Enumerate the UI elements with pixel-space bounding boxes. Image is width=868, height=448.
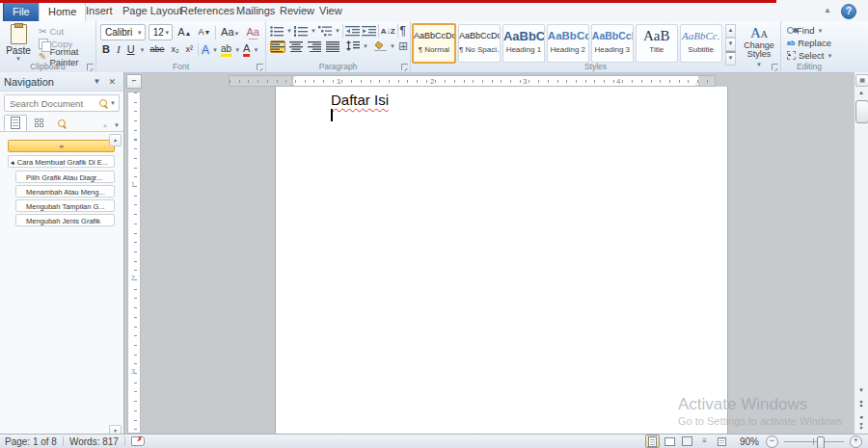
zoom-slider[interactable] bbox=[784, 441, 844, 442]
styles-scroll-up-icon[interactable]: ▲ bbox=[725, 24, 736, 38]
heading-item-parent[interactable]: ▶Cara Membuat Grafik Di E... bbox=[8, 155, 115, 168]
numbering-icon[interactable] bbox=[294, 26, 309, 37]
replace-button[interactable]: ab Replace bbox=[785, 37, 837, 49]
tab-view[interactable]: View bbox=[311, 2, 351, 20]
tab-file[interactable]: File bbox=[3, 2, 40, 22]
vertical-ruler[interactable]: 1 2 3 bbox=[127, 92, 141, 434]
zoom-out-icon[interactable]: − bbox=[766, 435, 778, 448]
nav-options-icon[interactable]: ▼ bbox=[90, 77, 105, 86]
replace-icon: ab bbox=[787, 40, 795, 46]
underline-button[interactable]: U bbox=[125, 42, 137, 57]
previous-page-icon[interactable]: ▲▲ bbox=[855, 399, 867, 409]
font-family-select[interactable]: Calibri▼ bbox=[100, 24, 146, 40]
proofing-error-icon[interactable] bbox=[131, 436, 145, 446]
horizontal-ruler[interactable]: 1 2 3 4 ▽ △ △ bbox=[229, 75, 716, 87]
word-count[interactable]: Words: 817 bbox=[69, 436, 119, 447]
web-layout-view-button[interactable] bbox=[680, 435, 694, 448]
font-dialog-launcher-icon[interactable] bbox=[257, 64, 263, 70]
hanging-indent-marker[interactable]: △ bbox=[290, 81, 295, 85]
zoom-slider-thumb[interactable] bbox=[817, 436, 825, 448]
tab-browse-headings[interactable] bbox=[4, 115, 27, 131]
strikethrough-button[interactable]: abe bbox=[149, 42, 167, 57]
style-no-spacing[interactable]: AaBbCcDc ¶ No Spaci... bbox=[458, 24, 501, 63]
paste-button[interactable]: Paste ▼ bbox=[2, 24, 35, 66]
align-center-button[interactable] bbox=[288, 40, 304, 53]
clear-formatting-icon[interactable]: A͟a bbox=[245, 25, 261, 40]
print-layout-view-button[interactable] bbox=[645, 435, 660, 448]
vertical-scrollbar[interactable]: ▦ ▲ ▼ ▲▲ ● ▼▼ bbox=[854, 72, 868, 434]
superscript-button[interactable]: x² bbox=[184, 42, 196, 57]
find-button[interactable]: Find▼ bbox=[785, 24, 837, 37]
style-normal[interactable]: AaBbCcDc ¶ Normal bbox=[412, 23, 456, 64]
selected-heading-item[interactable]: ≍ bbox=[8, 140, 115, 152]
previous-heading-icon[interactable]: ▲ bbox=[102, 122, 108, 128]
line-spacing-icon[interactable] bbox=[346, 40, 360, 53]
style-heading1[interactable]: AaBbC. Heading 1 bbox=[502, 24, 545, 63]
align-right-button[interactable] bbox=[307, 40, 322, 53]
cut-button[interactable]: ✂ Cut bbox=[37, 25, 95, 38]
scroll-up-icon[interactable]: ▲ bbox=[855, 88, 867, 98]
heading-item-child[interactable]: Menambah Atau Meng... bbox=[15, 185, 115, 198]
document-page[interactable]: Daftar Isi bbox=[275, 87, 728, 434]
next-heading-icon[interactable]: ▼ bbox=[114, 122, 120, 128]
nav-close-icon[interactable]: ✕ bbox=[104, 77, 120, 87]
style-heading2[interactable]: AaBbCc Heading 2 bbox=[547, 24, 589, 63]
right-indent-marker[interactable]: △ bbox=[695, 81, 700, 85]
zoom-level[interactable]: 90% bbox=[740, 436, 759, 447]
paragraph-dialog-launcher-icon[interactable] bbox=[401, 64, 408, 70]
clipboard-dialog-launcher-icon[interactable] bbox=[87, 64, 94, 70]
nav-scroll-up-icon[interactable]: ▲ bbox=[109, 134, 122, 146]
justify-button[interactable] bbox=[325, 40, 340, 53]
ruler-number: 4 bbox=[616, 76, 620, 87]
zoom-in-icon[interactable]: + bbox=[850, 435, 862, 448]
styles-scroll-down-icon[interactable]: ▼ bbox=[725, 38, 736, 51]
search-icon[interactable] bbox=[99, 99, 107, 107]
bullets-icon[interactable] bbox=[270, 26, 285, 37]
heading-item-child[interactable]: Mengubah Tampilan G... bbox=[15, 199, 115, 212]
search-field[interactable] bbox=[8, 97, 99, 110]
search-options-icon[interactable]: ▼ bbox=[110, 100, 116, 106]
select-button[interactable]: Select▼ bbox=[785, 49, 837, 62]
pilcrow-icon[interactable]: ¶ bbox=[400, 24, 406, 38]
borders-icon[interactable]: ⊞ bbox=[398, 41, 408, 52]
tab-stop-selector[interactable]: ⌐ bbox=[126, 74, 142, 89]
style-heading3[interactable]: AaBbCcI Heading 3 bbox=[591, 24, 634, 63]
sort-icon[interactable]: A↓Z bbox=[381, 27, 395, 36]
next-page-icon[interactable]: ▼▼ bbox=[855, 422, 867, 433]
ruler-toggle-icon[interactable]: ▦ bbox=[855, 74, 868, 87]
scrollbar-thumb[interactable] bbox=[855, 100, 868, 123]
subscript-button[interactable]: x₂ bbox=[170, 42, 181, 57]
increase-indent-icon[interactable] bbox=[362, 26, 376, 37]
decrease-indent-icon[interactable] bbox=[345, 26, 360, 37]
document-heading[interactable]: Daftar Isi bbox=[331, 92, 389, 108]
scroll-down-icon[interactable]: ▼ bbox=[855, 385, 867, 396]
minimize-ribbon-icon[interactable]: ▲ bbox=[824, 6, 831, 14]
multilevel-list-icon[interactable] bbox=[318, 26, 333, 37]
align-left-button[interactable] bbox=[270, 40, 285, 53]
style-title[interactable]: AaB Title bbox=[636, 24, 678, 63]
italic-button[interactable]: I bbox=[115, 42, 122, 57]
shading-icon[interactable] bbox=[374, 40, 387, 53]
shrink-font-button[interactable]: A▼ bbox=[197, 25, 213, 40]
fullscreen-reading-view-button[interactable] bbox=[663, 435, 677, 448]
change-case-button[interactable]: Aa▼ bbox=[219, 25, 241, 40]
draft-view-button[interactable] bbox=[715, 435, 729, 448]
font-color-icon[interactable]: A bbox=[243, 43, 250, 57]
tab-browse-results[interactable] bbox=[50, 115, 73, 131]
grow-font-button[interactable]: A▲ bbox=[176, 25, 193, 40]
editing-group-label: Editing bbox=[781, 62, 837, 71]
highlight-color-icon[interactable]: ab bbox=[221, 43, 231, 57]
bold-button[interactable]: B bbox=[100, 42, 112, 57]
styles-dialog-launcher-icon[interactable] bbox=[772, 64, 778, 70]
help-icon[interactable]: ? bbox=[841, 4, 856, 19]
outline-view-button[interactable]: ≡ bbox=[697, 435, 712, 448]
underline-options-icon[interactable]: ▼ bbox=[140, 47, 146, 53]
search-input[interactable]: ▼ bbox=[4, 94, 120, 112]
tab-browse-pages[interactable] bbox=[27, 115, 50, 131]
heading-item-child[interactable]: Mengubah Jenis Grafik bbox=[15, 214, 115, 226]
heading-item-child[interactable]: Pilih Grafik Atau Diagr... bbox=[15, 171, 115, 183]
font-size-select[interactable]: 12▼ bbox=[149, 24, 174, 40]
text-effects-icon[interactable]: A bbox=[202, 43, 209, 57]
page-count[interactable]: Page: 1 of 8 bbox=[0, 436, 57, 447]
style-subtitle[interactable]: AaBbCc. Subtitle bbox=[680, 24, 722, 63]
